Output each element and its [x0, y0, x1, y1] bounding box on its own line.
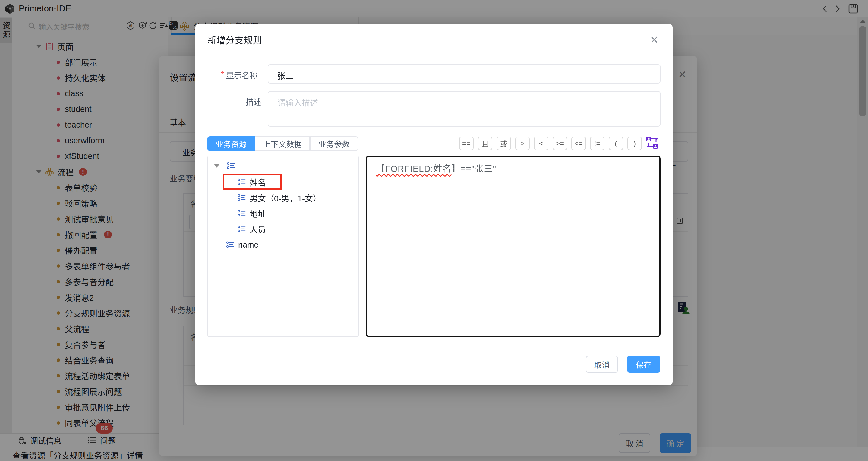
operator-button[interactable]: ) [627, 136, 642, 150]
operator-button[interactable]: 且 [478, 136, 492, 150]
description-label: 描述 [246, 96, 261, 107]
operator-button[interactable]: ( [609, 136, 623, 150]
tab-business-params[interactable]: 业务参数 [310, 136, 358, 151]
tab-context-data[interactable]: 上下文数据 [255, 136, 310, 151]
display-name-value: 张三 [277, 70, 293, 82]
annotation-highlight-box [222, 174, 282, 190]
display-name-input[interactable]: 张三 [268, 64, 660, 84]
tree-item-personnel[interactable]: 人员 [238, 222, 266, 236]
description-textarea[interactable]: 请输入描述 [268, 91, 660, 127]
cancel-button[interactable]: 取消 [586, 356, 618, 373]
add-branch-rule-modal: 新增分支规则 ✕ * 显示名称 张三 描述 请输入描述 业务资源 上下文数据 业… [195, 24, 673, 385]
tree-item-label: 地址 [250, 208, 266, 219]
field-list-icon [227, 161, 236, 171]
description-placeholder: 请输入描述 [277, 96, 318, 108]
close-icon[interactable]: ✕ [650, 35, 659, 45]
tree-item-label: 男女（0-男，1-女） [250, 192, 321, 204]
application-window: Primeton-IDE 资源 输入关键字搜索 AI [0, 0, 868, 461]
operator-button[interactable]: 或 [497, 136, 511, 150]
tree-item-label: name [238, 240, 259, 250]
field-icon [238, 209, 246, 218]
operator-toolbar: ==且或><>=<=!=() [459, 136, 642, 150]
field-icon [226, 241, 235, 249]
tab-business-resource[interactable]: 业务资源 [208, 136, 255, 151]
tree-item-gender[interactable]: 男女（0-男，1-女） [238, 190, 321, 205]
operator-button[interactable]: <= [571, 136, 586, 150]
tree-item-label: 人员 [250, 223, 266, 235]
participants-picker-icon[interactable] [646, 136, 658, 149]
operator-button[interactable]: != [590, 136, 604, 150]
tree-root-row[interactable] [214, 159, 236, 173]
tree-item-name-en[interactable]: name [226, 238, 259, 252]
operator-button[interactable]: >= [553, 136, 567, 150]
field-icon [238, 193, 246, 202]
required-mark: * [221, 70, 224, 79]
field-icon [238, 225, 246, 233]
operator-button[interactable]: < [534, 136, 549, 150]
tree-item-address[interactable]: 地址 [238, 206, 266, 221]
operator-button[interactable]: == [459, 136, 474, 150]
expression-invalid-token: FORFIELD:姓名 [385, 164, 451, 174]
modal-title: 新增分支规则 [208, 33, 262, 46]
text-cursor [497, 163, 497, 173]
expression-editor[interactable]: 【FORFIELD:姓名】=="张三" [366, 156, 660, 337]
display-name-label: 显示名称 [226, 69, 257, 81]
save-button[interactable]: 保存 [627, 356, 660, 373]
operator-button[interactable]: > [515, 136, 530, 150]
expression-text: 【FORFIELD:姓名】=="张三" [376, 162, 497, 174]
caret-down-icon[interactable] [214, 164, 219, 167]
